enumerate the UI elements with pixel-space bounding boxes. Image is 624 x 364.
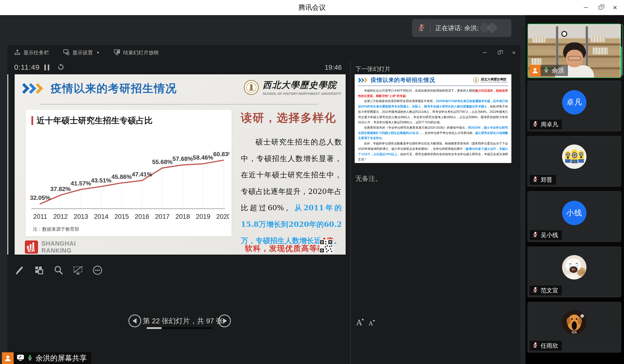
restore-icon bbox=[599, 6, 602, 9]
svg-text:2012: 2012 bbox=[53, 213, 68, 220]
slide-navigator-button[interactable] bbox=[33, 264, 45, 276]
svg-text:哇!!: 哇!! bbox=[572, 268, 575, 271]
titlebar: 腾讯会议 × bbox=[0, 0, 624, 15]
svg-text:60.83%: 60.83% bbox=[213, 151, 229, 157]
clock: 19:46 bbox=[325, 64, 342, 71]
svg-text:41.57%: 41.57% bbox=[71, 180, 91, 187]
svg-text:57.68%: 57.68% bbox=[173, 155, 193, 162]
brand-cn: 软科 bbox=[25, 248, 38, 253]
progress-fill bbox=[147, 327, 162, 329]
svg-text:2019: 2019 bbox=[196, 213, 210, 220]
chart-card: 近十年硕士研究生招生专硕占比 32.05%201137.82%201241.57… bbox=[26, 110, 232, 236]
title-accent-bar bbox=[31, 116, 33, 125]
wall-clock bbox=[561, 31, 567, 37]
end-slideshow-button[interactable]: 结束幻灯片放映 bbox=[114, 49, 159, 56]
triple-chevron-icon bbox=[358, 78, 368, 83]
display-settings-icon bbox=[63, 49, 70, 56]
data-source-note: 注：数据来源于教育部 bbox=[33, 226, 79, 232]
participant-tile-余洪[interactable]: 余洪 bbox=[527, 24, 621, 78]
school-name-en: SCHOOL OF HISTORY,NORTHWEST UNIVERSITY bbox=[262, 92, 341, 96]
right-arrow-icon bbox=[223, 318, 227, 324]
screen-share-banner: 余洪的屏幕共享 bbox=[2, 352, 91, 364]
avatar: 小线 bbox=[562, 201, 586, 225]
svg-text:2015: 2015 bbox=[114, 213, 129, 220]
show-taskbar-button[interactable]: 显示任务栏 bbox=[14, 49, 49, 56]
svg-text:45.86%: 45.86% bbox=[111, 173, 132, 180]
left-arrow-icon bbox=[133, 318, 136, 324]
svg-text:43.51%: 43.51% bbox=[91, 177, 111, 184]
next-slide-preview: 疫情以来的考研招生情况 西北大學歷史學院 SCHOOL OF HISTORY,N… bbox=[355, 74, 511, 163]
ppt-restore-button[interactable] bbox=[495, 49, 503, 57]
screen-share-icon bbox=[17, 354, 24, 362]
school-logo: 西北大學歷史學院 SCHOOL OF HISTORY,NORTHWEST UNI… bbox=[473, 77, 508, 83]
black-screen-button[interactable] bbox=[72, 264, 84, 276]
slide-body-text: 硕士研究生招生的总人数中，专硕招生人数增长显著，在近十年硕士研究生招生中，专硕占… bbox=[241, 134, 342, 249]
mic-muted-icon bbox=[532, 176, 538, 184]
presenter-toolbar: 显示任务栏 显示设置 ▼ 结束幻灯片放映 × bbox=[7, 45, 520, 60]
restart-timer-button[interactable] bbox=[57, 64, 64, 71]
sidebar-scrollbar[interactable] bbox=[620, 24, 623, 76]
triple-chevron-icon bbox=[22, 83, 45, 94]
title-divider bbox=[40, 104, 318, 104]
slide-title: 疫情以来的考研招生情况 bbox=[51, 81, 177, 96]
ppt-minimize-button[interactable] bbox=[480, 49, 489, 57]
current-slide[interactable]: 疫情以来的考研招生情况 西北大學歷史學院 SCHOOL OF HISTORY,N… bbox=[15, 74, 346, 255]
decrease-font-button[interactable]: A bbox=[368, 321, 373, 326]
specialized-masters-ratio-chart: 32.05%201137.82%201241.57%201343.51%2014… bbox=[27, 129, 229, 226]
mic-muted-icon bbox=[532, 231, 538, 239]
close-button[interactable]: × bbox=[609, 2, 621, 13]
app-title: 腾讯会议 bbox=[0, 0, 624, 15]
svg-text:47.41%: 47.41% bbox=[132, 171, 152, 178]
slide-position-label: 第 22 张幻灯片，共 97 张 bbox=[143, 316, 216, 326]
preview-paragraph: 此外，专硕的学位授权点数量及学位授权单位也在大幅增加。根据教育部发布的《国务院学… bbox=[358, 141, 508, 162]
minions-photo bbox=[562, 145, 586, 169]
participant-tile-周卓凡[interactable]: 卓凡 周卓凡 bbox=[527, 81, 621, 131]
mic-active-icon bbox=[543, 67, 549, 74]
shared-screen-area: 正在讲话: 余洪; 显示任务栏 显示设置 ▼ 结束幻灯片放映 bbox=[0, 15, 524, 364]
slide-subheading: 读研，选择多样化 bbox=[241, 110, 342, 125]
share-banner-label: 余洪的屏幕共享 bbox=[36, 353, 87, 363]
close-icon: × bbox=[512, 49, 516, 56]
previous-slide-button[interactable] bbox=[129, 315, 141, 327]
slideshow-progress-bar[interactable] bbox=[147, 327, 212, 329]
speaker-notes: 无备注。 bbox=[355, 174, 382, 183]
chevron-down-icon: ▼ bbox=[96, 51, 100, 55]
restore-button[interactable] bbox=[595, 2, 606, 13]
mic-muted-icon bbox=[532, 121, 538, 128]
presenter-icon bbox=[529, 65, 541, 76]
participant-tile-郑晋[interactable]: 郑晋 bbox=[527, 136, 621, 187]
caret-down-icon bbox=[373, 320, 375, 322]
participant-tile-范文宣[interactable]: 哇!! 范文宣 bbox=[527, 246, 621, 297]
svg-text:32.05%: 32.05% bbox=[30, 194, 51, 201]
next-slide-button[interactable] bbox=[218, 315, 231, 327]
pause-timer-button[interactable] bbox=[44, 65, 49, 71]
participant-tile-吴小线[interactable]: 小线 吴小线 bbox=[527, 191, 621, 242]
svg-text:2011: 2011 bbox=[33, 213, 47, 220]
avatar: 卓凡 bbox=[562, 90, 586, 115]
svg-text:2018: 2018 bbox=[176, 213, 190, 220]
slide-right-column: 读研，选择多样化 硕士研究生招生的总人数中，专硕招生人数增长显著，在近十年硕士研… bbox=[241, 110, 342, 249]
participant-name: 吴小线 bbox=[541, 231, 558, 239]
minimize-icon bbox=[483, 52, 487, 53]
speaking-label: 正在讲话: 余洪; bbox=[435, 24, 479, 32]
display-settings-button[interactable]: 显示设置 ▼ bbox=[63, 49, 100, 56]
annotation-toolbar bbox=[14, 264, 103, 276]
mic-muted-icon bbox=[417, 24, 426, 33]
minimize-button[interactable] bbox=[580, 2, 591, 13]
next-slide-preview-body: 专硕的社会认可度早已今时不同往日，在就业难度持续增加的情况下，更多的人都想减少沉… bbox=[358, 88, 508, 162]
ppt-window-controls: × bbox=[480, 45, 520, 60]
scrollbar-thumb[interactable] bbox=[621, 47, 622, 75]
more-options-button[interactable] bbox=[92, 264, 103, 276]
restore-icon bbox=[498, 51, 501, 54]
next-slide-header: 下一张幻灯片 bbox=[355, 65, 390, 73]
participant-name: 范文宣 bbox=[541, 287, 558, 294]
zoom-tool-button[interactable] bbox=[53, 264, 64, 276]
notes-font-controls: A A bbox=[356, 319, 373, 326]
university-seal-icon bbox=[473, 77, 479, 83]
qr-code bbox=[319, 240, 333, 253]
increase-font-button[interactable]: A bbox=[356, 319, 362, 326]
ppt-close-button[interactable]: × bbox=[510, 49, 518, 57]
speaking-indicator: 正在讲话: 余洪; bbox=[412, 19, 511, 37]
participant-tile-任雨欣[interactable]: 嘿嘿 任雨欣 bbox=[527, 302, 621, 353]
pen-tool-button[interactable] bbox=[14, 264, 25, 276]
